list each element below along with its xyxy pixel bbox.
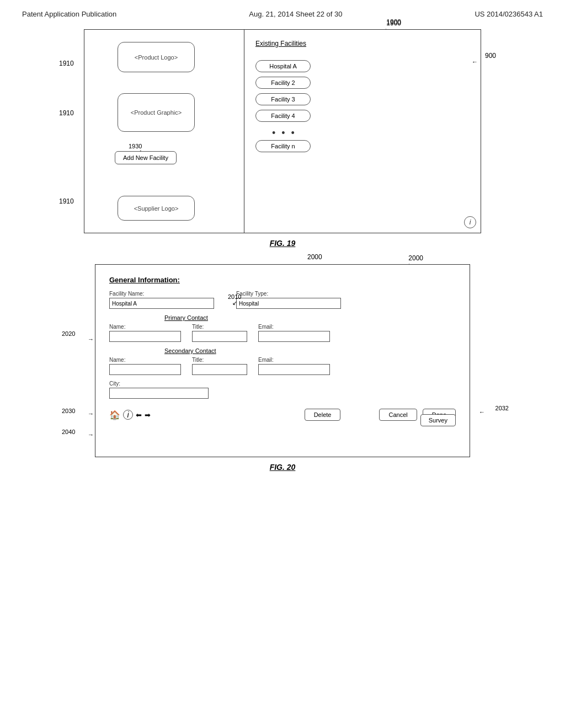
delete-button[interactable]: Delete <box>305 409 341 421</box>
label-2032: 2032 <box>495 405 509 411</box>
city-label: City: <box>109 381 456 387</box>
primary-name-label: Name: <box>109 324 181 330</box>
label-2000-text: 2000 <box>307 253 424 261</box>
fig20-diagram: General Information: 2010 ↙ Facility Nam… <box>95 264 470 457</box>
arrow-2040: → <box>88 431 94 438</box>
city-section: City: <box>109 381 456 399</box>
label-2030: 2030 <box>62 408 75 414</box>
secondary-title-group: Title: <box>192 357 247 375</box>
primary-email-input[interactable] <box>258 331 330 342</box>
facility-info-row: Facility Name: Facility Type: <box>109 291 456 309</box>
info-toolbar-icon[interactable]: i <box>123 410 133 420</box>
product-graphic-box: <Product Graphic> <box>118 93 195 132</box>
left-panel: <Product Logo> <Product Graphic> 1930 ↙ … <box>84 30 244 233</box>
toolbar-icons: 🏠 i ⬅ ➡ <box>109 410 151 420</box>
facility-3[interactable]: Facility 3 <box>255 93 311 105</box>
label-1900-text: 1900 <box>386 18 401 26</box>
primary-title-label: Title: <box>192 324 247 330</box>
label-1910-1: 1910 <box>59 60 74 67</box>
page-header: Patent Application Publication Aug. 21, … <box>0 0 565 24</box>
label-1910-2: 1910 <box>59 109 74 117</box>
product-graphic-label: <Product Graphic> <box>131 109 182 116</box>
supplier-logo-label: <Supplier Logo> <box>134 205 179 212</box>
secondary-name-input[interactable] <box>109 364 181 375</box>
general-info-title: General Information: <box>109 276 456 284</box>
primary-contact-row: Name: Title: Email: <box>109 324 456 342</box>
supplier-logo-box: <Supplier Logo> <box>118 196 195 221</box>
primary-title-input[interactable] <box>192 331 247 342</box>
fig20-outer: 2000 ↓ 2000 2020 → 2030 → 2040 → 2032 ← … <box>76 264 489 472</box>
arrow-900: ← <box>472 58 478 65</box>
facility-type-group: Facility Type: <box>236 291 341 309</box>
facility-n[interactable]: Facility n <box>255 140 311 152</box>
label-2040: 2040 <box>62 429 75 435</box>
secondary-contact-title: Secondary Contact <box>164 347 456 354</box>
facility-2[interactable]: Facility 2 <box>255 77 311 89</box>
product-logo-label: <Product Logo> <box>135 54 178 61</box>
arrow-2010: ↙ <box>232 299 237 307</box>
facility-name-label: Facility Name: <box>109 291 214 297</box>
primary-name-input[interactable] <box>109 331 181 342</box>
secondary-name-label: Name: <box>109 357 181 363</box>
secondary-email-group: Email: <box>258 357 330 375</box>
action-bar: 🏠 i ⬅ ➡ Delete Cancel Done <box>109 404 456 421</box>
header-center: Aug. 21, 2014 Sheet 22 of 30 <box>249 10 342 18</box>
primary-email-group: Email: <box>258 324 330 342</box>
label-900: 900 <box>485 52 496 60</box>
city-group: City: <box>109 381 456 399</box>
primary-contact-section: Primary Contact Name: Title: Email: <box>109 314 456 342</box>
secondary-contact-row: Name: Title: Email: <box>109 357 456 375</box>
secondary-name-group: Name: <box>109 357 181 375</box>
facility-hospital-a[interactable]: Hospital A <box>255 60 311 72</box>
facility-name-input[interactable] <box>109 298 214 309</box>
header-right: US 2014/0236543 A1 <box>475 10 543 18</box>
add-new-facility-button[interactable]: Add New Facility <box>115 151 177 164</box>
arrow-2032: ← <box>479 409 485 415</box>
facility-4[interactable]: Facility 4 <box>255 110 311 122</box>
existing-facilities-title: Existing Facilities <box>255 40 306 47</box>
primary-name-group: Name: <box>109 324 181 342</box>
secondary-contact-section: Secondary Contact Name: Title: Email: <box>109 347 456 375</box>
fig19-caption: FIG. 19 <box>76 239 489 248</box>
back-icon[interactable]: ⬅ <box>136 411 142 419</box>
arrow-2030: → <box>88 410 94 417</box>
city-input[interactable] <box>109 388 209 399</box>
forward-icon[interactable]: ➡ <box>145 411 151 419</box>
facility-name-group: Facility Name: <box>109 291 214 309</box>
cancel-button[interactable]: Cancel <box>379 409 417 421</box>
label-1910-3: 1910 <box>59 197 74 205</box>
facility-type-label: Facility Type: <box>236 291 341 297</box>
label-2020: 2020 <box>62 330 75 337</box>
product-logo-box: <Product Logo> <box>118 42 195 72</box>
facility-type-input[interactable] <box>236 298 341 309</box>
primary-email-label: Email: <box>258 324 330 330</box>
primary-title-group: Title: <box>192 324 247 342</box>
fig20-caption: FIG. 20 <box>76 463 489 472</box>
secondary-title-input[interactable] <box>192 364 247 375</box>
secondary-title-label: Title: <box>192 357 247 363</box>
primary-contact-title: Primary Contact <box>164 314 456 321</box>
arrow-2020: → <box>88 336 94 342</box>
secondary-email-label: Email: <box>258 357 330 363</box>
right-panel: 900 ← Existing Facilities Hospital A Fac… <box>244 30 481 233</box>
facilities-list: Hospital A Facility 2 Facility 3 Facilit… <box>255 57 470 157</box>
survey-button[interactable]: Survey <box>420 414 456 426</box>
home-icon[interactable]: 🏠 <box>109 410 120 420</box>
header-left: Patent Application Publication <box>22 10 116 18</box>
secondary-email-input[interactable] <box>258 364 330 375</box>
facilities-dots: • • • <box>272 127 296 139</box>
fig19-outer: 1910 1910 1910 → → → 1900 ↓ 1900 <Produc… <box>76 29 489 248</box>
fig19-diagram: <Product Logo> <Product Graphic> 1930 ↙ … <box>84 29 481 233</box>
info-icon[interactable]: i <box>464 216 476 228</box>
